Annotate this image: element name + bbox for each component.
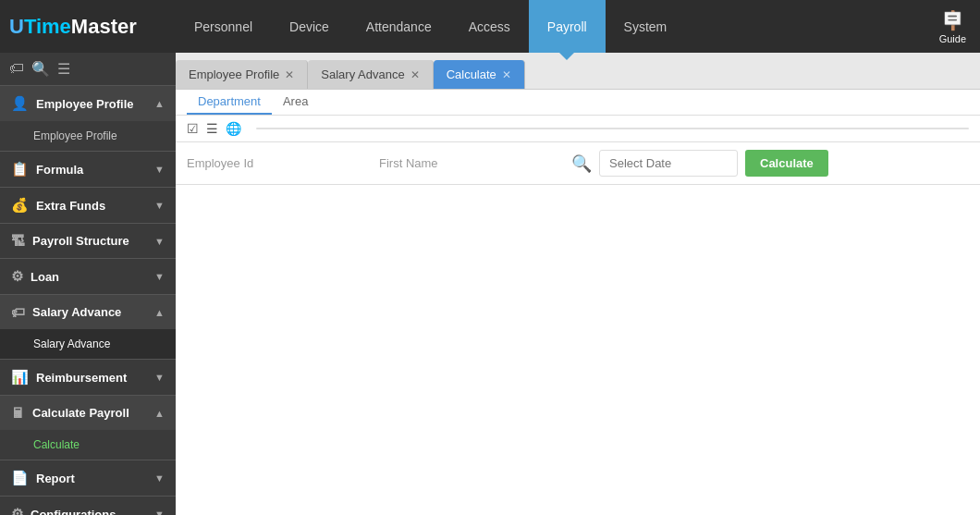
sidebar: 🏷 🔍 ☰ 👤 Employee Profile ▲ Employee Prof…	[0, 53, 176, 515]
sidebar-header-employee-profile[interactable]: 👤 Employee Profile ▲	[0, 86, 176, 121]
main-layout: 🏷 🔍 ☰ 👤 Employee Profile ▲ Employee Prof…	[0, 53, 980, 515]
calculate-payroll-label: Calculate Payroll	[32, 406, 129, 420]
tab-salary-advance-close[interactable]: ✕	[410, 68, 420, 81]
salary-advance-icon: 🏷	[11, 304, 25, 320]
nav-device[interactable]: Device	[271, 0, 348, 53]
sidebar-section-formula: 📋 Formula ▼	[0, 152, 176, 188]
guide-label: Guide	[939, 33, 966, 44]
sidebar-header-formula[interactable]: 📋 Formula ▼	[0, 152, 176, 187]
tab-calculate[interactable]: Calculate ✕	[434, 60, 525, 89]
select-date-input[interactable]	[599, 150, 738, 177]
tab-salary-advance-label: Salary Advance	[321, 67, 404, 81]
menu-icon[interactable]: ☰	[57, 60, 70, 78]
chevron-down-icon: ▼	[154, 236, 165, 247]
tab-calculate-label: Calculate	[447, 67, 496, 81]
loan-label: Loan	[31, 270, 59, 284]
tab-employee-profile-label: Employee Profile	[189, 67, 279, 81]
sidebar-header-report[interactable]: 📄 Report ▼	[0, 460, 176, 496]
chevron-up-icon: ▲	[154, 98, 165, 109]
tab-employee-profile-close[interactable]: ✕	[285, 68, 294, 81]
sidebar-section-loan: ⚙ Loan ▼	[0, 259, 176, 295]
extra-funds-icon: 💰	[11, 197, 29, 214]
loan-icon: ⚙	[11, 268, 23, 285]
hierarchy-icon[interactable]: 🌐	[226, 121, 241, 136]
formula-label: Formula	[36, 163, 83, 177]
chevron-down-icon: ▼	[154, 472, 165, 484]
configurations-label: Configurations	[31, 508, 116, 516]
content-area: Employee Profile ✕ Salary Advance ✕ Calc…	[176, 53, 980, 515]
filter-toolbar-row: Department Area	[176, 90, 980, 116]
payroll-structure-label: Payroll Structure	[32, 234, 129, 248]
nav-payroll[interactable]: Payroll	[529, 0, 606, 53]
tab-employee-profile[interactable]: Employee Profile ✕	[176, 60, 308, 89]
logo-master: Master	[71, 15, 137, 39]
nav-access[interactable]: Access	[450, 0, 529, 53]
tabs-bar: Employee Profile ✕ Salary Advance ✕ Calc…	[176, 53, 980, 90]
main-content-body	[176, 185, 980, 515]
sidebar-header-calculate-payroll[interactable]: 🖩 Calculate Payroll ▲	[0, 396, 176, 430]
salary-advance-label: Salary Advance	[32, 305, 121, 319]
sidebar-section-report: 📄 Report ▼	[0, 460, 176, 497]
chevron-up-icon: ▲	[154, 408, 165, 419]
search-button[interactable]: 🔍	[571, 153, 592, 174]
guide-button[interactable]: 🪧 Guide	[925, 9, 980, 44]
filter-tab-department[interactable]: Department	[187, 90, 272, 115]
chevron-down-icon: ▼	[154, 271, 165, 282]
sidebar-header-configurations[interactable]: ⚙ Configurations ▼	[0, 497, 176, 515]
list-icon[interactable]: ☰	[206, 121, 218, 136]
column-employee-id: Employee Id	[187, 156, 372, 170]
nav-personnel[interactable]: Personnel	[176, 0, 271, 53]
chevron-up-icon: ▲	[154, 307, 165, 318]
column-first-name: First Name	[379, 156, 564, 170]
sidebar-item-calculate[interactable]: Calculate	[0, 430, 176, 460]
reimbursement-label: Reimbursement	[36, 371, 127, 385]
chevron-down-icon: ▼	[154, 372, 165, 383]
sidebar-section-payroll-structure: 🏗 Payroll Structure ▼	[0, 224, 176, 259]
sidebar-item-salary-advance[interactable]: Salary Advance	[0, 329, 176, 359]
sidebar-item-employee-profile[interactable]: Employee Profile	[0, 121, 176, 151]
filter-tab-area[interactable]: Area	[272, 90, 319, 115]
extra-funds-label: Extra Funds	[36, 199, 105, 213]
employee-profile-icon: 👤	[11, 95, 29, 112]
app-logo: UTime Master	[0, 15, 176, 39]
sidebar-section-extra-funds: 💰 Extra Funds ▼	[0, 188, 176, 224]
sidebar-header-loan[interactable]: ⚙ Loan ▼	[0, 259, 176, 294]
sidebar-section-employee-profile: 👤 Employee Profile ▲ Employee Profile	[0, 86, 176, 152]
nav-attendance[interactable]: Attendance	[348, 0, 450, 53]
top-navigation: UTime Master Personnel Device Attendance…	[0, 0, 980, 53]
sidebar-header-salary-advance[interactable]: 🏷 Salary Advance ▲	[0, 295, 176, 329]
sidebar-section-calculate-payroll: 🖩 Calculate Payroll ▲ Calculate	[0, 396, 176, 460]
filter-tabs: Department Area	[187, 90, 969, 115]
column-header-row: Employee Id First Name 🔍 Calculate	[176, 142, 980, 185]
search-icon[interactable]: 🔍	[31, 60, 50, 78]
report-icon: 📄	[11, 470, 29, 486]
tag-icon[interactable]: 🏷	[9, 60, 24, 78]
sidebar-section-configurations: ⚙ Configurations ▼	[0, 497, 176, 515]
sidebar-tools: 🏷 🔍 ☰	[0, 53, 176, 86]
sidebar-header-payroll-structure[interactable]: 🏗 Payroll Structure ▼	[0, 224, 176, 258]
reimbursement-icon: 📊	[11, 369, 29, 386]
toolbar-divider	[256, 128, 969, 129]
sidebar-header-extra-funds[interactable]: 💰 Extra Funds ▼	[0, 188, 176, 223]
employee-profile-label: Employee Profile	[36, 97, 133, 111]
chevron-down-icon: ▼	[154, 200, 165, 211]
toolbar: ☑ ☰ 🌐	[176, 116, 980, 142]
nav-items: Personnel Device Attendance Access Payro…	[176, 0, 925, 53]
logo-time: Time	[24, 15, 71, 39]
chevron-down-icon: ▼	[154, 164, 165, 175]
tab-salary-advance[interactable]: Salary Advance ✕	[308, 60, 433, 89]
guide-icon: 🪧	[941, 9, 964, 31]
report-label: Report	[36, 472, 75, 485]
sidebar-section-reimbursement: 📊 Reimbursement ▼	[0, 360, 176, 396]
chevron-down-icon: ▼	[154, 509, 165, 515]
calculate-button[interactable]: Calculate	[745, 150, 828, 177]
sidebar-header-reimbursement[interactable]: 📊 Reimbursement ▼	[0, 360, 176, 395]
tab-calculate-close[interactable]: ✕	[502, 68, 511, 81]
sidebar-section-salary-advance: 🏷 Salary Advance ▲ Salary Advance	[0, 295, 176, 360]
formula-icon: 📋	[11, 161, 29, 178]
nav-system[interactable]: System	[606, 0, 686, 53]
configurations-icon: ⚙	[11, 506, 23, 515]
logo-u: U	[9, 15, 24, 39]
calculate-payroll-icon: 🖩	[11, 405, 25, 421]
checkbox-icon[interactable]: ☑	[187, 121, 199, 136]
